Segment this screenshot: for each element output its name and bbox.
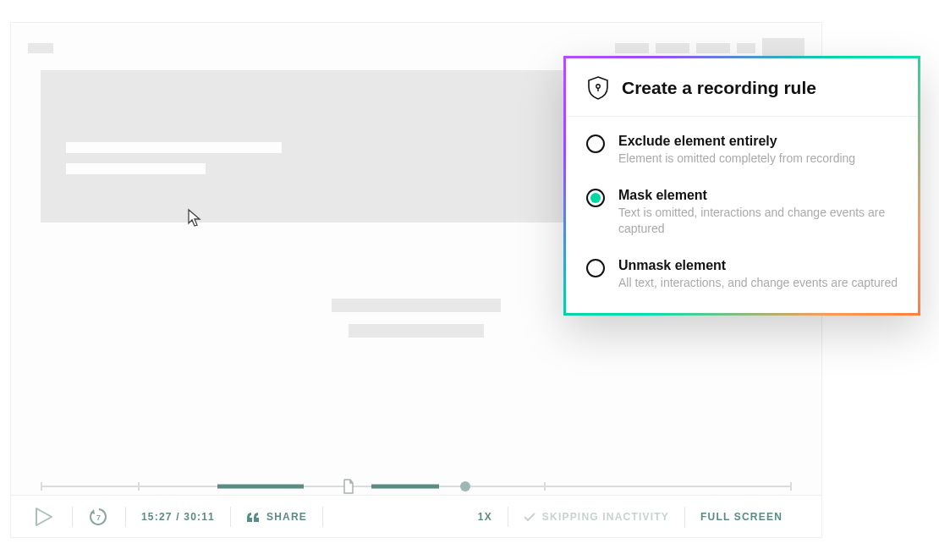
- popup-title: Create a recording rule: [622, 78, 816, 98]
- timeline-tick: [790, 482, 792, 491]
- quote-icon: [246, 511, 260, 523]
- skip-label: SKIPPING INACTIVITY: [542, 511, 669, 523]
- option-desc: All text, interactions, and change event…: [618, 275, 898, 292]
- option-label: Exclude element entirely: [618, 134, 855, 149]
- option-mask[interactable]: Mask element Text is omitted, interactio…: [586, 188, 898, 238]
- option-desc: Text is omitted, interactions and change…: [618, 205, 898, 238]
- timeline-section: [41, 478, 792, 495]
- option-unmask[interactable]: Unmask element All text, interactions, a…: [586, 258, 898, 292]
- check-icon: [524, 512, 535, 522]
- cursor-icon: [187, 208, 206, 228]
- time-text: 15:27 / 30:11: [141, 511, 215, 523]
- document-marker-icon: [342, 479, 355, 494]
- option-desc: Element is omitted completely from recor…: [618, 151, 855, 167]
- svg-point-1: [596, 85, 600, 88]
- share-label: SHARE: [266, 511, 307, 523]
- popup-header: Create a recording rule: [566, 58, 918, 117]
- skip-inactivity-toggle[interactable]: SKIPPING INACTIVITY: [508, 506, 684, 528]
- shield-lock-icon: [586, 75, 610, 101]
- timeline-segment: [217, 485, 304, 489]
- radio-button[interactable]: [586, 135, 605, 153]
- play-button[interactable]: [35, 507, 53, 527]
- speed-label: 1X: [478, 511, 492, 523]
- placeholder-line: [332, 299, 501, 312]
- timeline-tick: [41, 482, 42, 491]
- svg-text:7: 7: [96, 513, 102, 522]
- placeholder-line: [66, 142, 282, 153]
- rewind-button[interactable]: 7: [73, 506, 125, 528]
- timeline-segment: [371, 485, 439, 489]
- recording-rule-popup: Create a recording rule Exclude element …: [563, 56, 920, 316]
- option-label: Unmask element: [618, 258, 898, 273]
- player-controls: 7 15:27 / 30:11 SHARE 1X SKIPPING INACTI…: [11, 495, 821, 537]
- radio-button[interactable]: [586, 259, 605, 277]
- radio-button[interactable]: [586, 189, 605, 207]
- divider: [322, 507, 323, 527]
- placeholder-line: [66, 163, 206, 174]
- top-bar-left: [28, 43, 53, 53]
- share-button[interactable]: SHARE: [231, 506, 322, 528]
- timeline-tick: [544, 482, 546, 491]
- timeline[interactable]: [41, 478, 792, 495]
- placeholder-block: [696, 43, 730, 53]
- placeholder-line: [349, 324, 484, 338]
- popup-options: Exclude element entirely Element is omit…: [566, 117, 918, 313]
- time-display: 15:27 / 30:11: [126, 506, 230, 528]
- placeholder-block: [656, 43, 689, 53]
- timeline-tick: [138, 482, 140, 491]
- option-exclude[interactable]: Exclude element entirely Element is omit…: [586, 134, 898, 167]
- option-label: Mask element: [618, 188, 898, 203]
- fullscreen-label: FULL SCREEN: [700, 511, 782, 523]
- timeline-playhead[interactable]: [460, 481, 470, 491]
- placeholder-block: [615, 43, 649, 53]
- fullscreen-button[interactable]: FULL SCREEN: [685, 506, 798, 528]
- placeholder-block: [28, 43, 53, 53]
- speed-button[interactable]: 1X: [463, 506, 508, 528]
- placeholder-block: [737, 43, 755, 53]
